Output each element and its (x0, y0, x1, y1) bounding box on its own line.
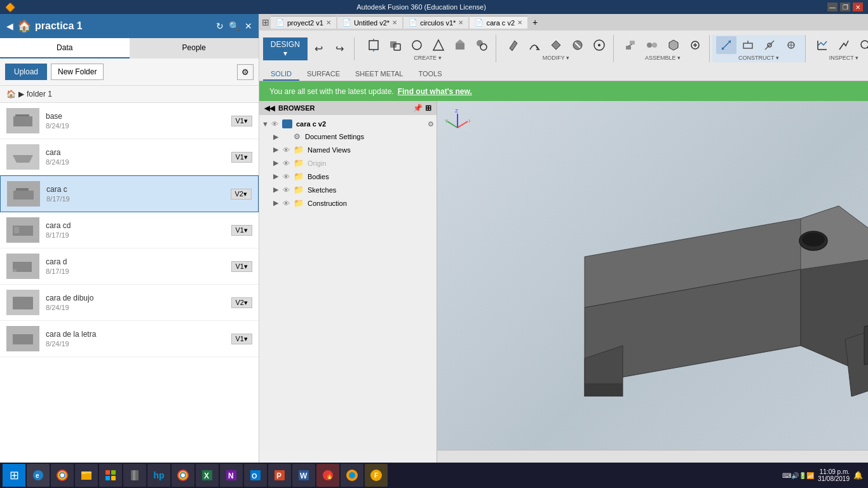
grid-view-button[interactable]: ⊞ (262, 17, 269, 27)
inspect-tool-2[interactable] (834, 36, 854, 54)
tab-close-carac[interactable]: ✕ (517, 19, 522, 26)
start-button[interactable]: ⊞ (3, 464, 25, 487)
taskbar-chrome-2[interactable] (172, 464, 194, 487)
taskbar-powerpoint[interactable]: P (268, 464, 291, 487)
create-tool-1[interactable] (363, 36, 384, 54)
close-panel-button[interactable]: ✕ (245, 21, 252, 31)
construct-label[interactable]: CONSTRUCT ▾ (738, 55, 779, 61)
tree-item-construction[interactable]: ▶ 👁 📁 Construction (259, 196, 437, 210)
version-badge[interactable]: V1▾ (231, 116, 252, 126)
modify-tool-1[interactable] (503, 36, 523, 54)
close-button[interactable]: ✕ (853, 3, 863, 11)
browser-expand-icon[interactable]: ⊞ (425, 104, 431, 112)
taskbar-excel[interactable]: X (196, 464, 219, 487)
back-button[interactable]: ◀ (6, 21, 13, 31)
create-tool-5[interactable] (450, 36, 470, 54)
tree-eye-icon[interactable]: 👁 (283, 200, 292, 207)
list-item[interactable]: cara cd 8/17/19 V1▾ (0, 212, 259, 248)
construct-tool-1[interactable] (716, 36, 736, 54)
doc-tab-untitled[interactable]: 📄 Untitled v2* ✕ (337, 16, 402, 29)
minimize-button[interactable]: — (827, 3, 837, 11)
solid-mode-tab[interactable]: SOLID (263, 68, 299, 81)
update-link[interactable]: Find out what's new. (398, 87, 472, 96)
version-badge[interactable]: V2▾ (231, 297, 252, 308)
tree-item-origin[interactable]: ▶ 👁 📁 Origin (259, 156, 437, 170)
construct-tool-4[interactable] (781, 36, 801, 54)
assemble-label[interactable]: ASSEMBLE ▾ (645, 55, 681, 61)
taskbar-chrome[interactable] (51, 464, 74, 487)
taskbar-outlook[interactable]: O (244, 464, 267, 487)
design-dropdown-button[interactable]: DESIGN ▾ (263, 37, 308, 60)
modify-tool-3[interactable] (546, 36, 566, 54)
assemble-tool-3[interactable] (663, 36, 684, 54)
doc-tab-carac[interactable]: 📄 cara c v2 ✕ (470, 16, 527, 29)
people-tab[interactable]: People (130, 38, 259, 58)
version-badge[interactable]: V1▾ (231, 261, 252, 272)
taskbar-word[interactable]: W (292, 464, 315, 487)
taskbar-app-red[interactable]: 🔥 (316, 464, 339, 487)
construct-tool-3[interactable] (759, 36, 780, 54)
tab-close-untitled[interactable]: ✕ (392, 19, 397, 26)
taskbar-fusion[interactable]: F (365, 464, 388, 487)
list-item[interactable]: base 8/24/19 V1▾ (0, 103, 259, 139)
taskbar-store[interactable] (99, 464, 122, 487)
tree-eye-icon[interactable]: 👁 (283, 159, 292, 167)
tree-root[interactable]: ▼ 👁 cara c v2 ⚙ (259, 118, 437, 130)
inspect-tool-1[interactable] (812, 36, 832, 54)
surface-mode-tab[interactable]: SURFACE (299, 68, 348, 81)
redo-button[interactable]: ↪ (330, 40, 349, 58)
version-badge[interactable]: V1▾ (231, 152, 252, 163)
create-tool-4[interactable] (428, 36, 449, 54)
tab-close-proyect2[interactable]: ✕ (326, 19, 331, 26)
tree-eye-icon[interactable]: 👁 (283, 173, 292, 180)
modify-label[interactable]: MODIFY ▾ (543, 55, 569, 61)
construct-tool-2[interactable] (738, 36, 758, 54)
list-item[interactable]: cara de dibujo 8/24/19 V2▾ (0, 285, 259, 321)
create-tool-2[interactable] (385, 36, 405, 54)
modify-tool-2[interactable] (524, 36, 545, 54)
taskbar-app-hp[interactable]: hp (147, 464, 170, 487)
notification-icon[interactable]: 🔔 (853, 471, 863, 480)
assemble-tool-1[interactable] (620, 36, 641, 54)
tree-arrow-icon[interactable]: ▶ (273, 186, 281, 194)
modify-tool-4[interactable] (567, 36, 588, 54)
version-badge[interactable]: V2▾ (231, 189, 252, 200)
browser-pin-icon[interactable]: 📌 (413, 104, 423, 112)
inspect-label[interactable]: INSPECT ▾ (829, 55, 858, 61)
tree-arrow-icon[interactable]: ▶ (273, 133, 281, 141)
tree-item-bodies[interactable]: ▶ 👁 📁 Bodies (259, 170, 437, 183)
restore-button[interactable]: ❐ (840, 3, 850, 11)
doc-tab-proyect2[interactable]: 📄 proyect2 v1 ✕ (271, 16, 336, 29)
sheet-metal-mode-tab[interactable]: SHEET METAL (348, 68, 410, 81)
assemble-tool-4[interactable] (685, 36, 705, 54)
refresh-button[interactable]: ↻ (216, 21, 224, 31)
tree-arrow-icon[interactable]: ▶ (273, 199, 281, 207)
tree-arrow-icon[interactable]: ▶ (273, 159, 281, 167)
tree-eye-icon[interactable]: 👁 (283, 186, 292, 194)
doc-tab-circulos[interactable]: 📄 circulos v1* ✕ (403, 16, 468, 29)
tools-mode-tab[interactable]: TOOLS (410, 68, 449, 81)
version-badge[interactable]: V1▾ (231, 334, 252, 344)
list-item[interactable]: cara d 8/17/19 V1▾ (0, 248, 259, 285)
taskbar-ie[interactable]: e (27, 464, 50, 487)
add-tab-button[interactable]: + (529, 15, 541, 29)
assemble-tool-2[interactable] (642, 36, 662, 54)
tree-item-named-views[interactable]: ▶ 👁 📁 Named Views (259, 143, 437, 156)
panel-settings-button[interactable]: ⚙ (237, 64, 254, 80)
tree-item-document-settings[interactable]: ▶ ⚙ Document Settings (259, 130, 437, 143)
undo-button[interactable]: ↩ (310, 40, 329, 58)
version-badge[interactable]: V1▾ (231, 225, 252, 236)
taskbar-firefox[interactable] (341, 464, 363, 487)
inspect-tool-3[interactable] (855, 36, 868, 54)
tree-eye-icon[interactable]: 👁 (283, 146, 292, 154)
tree-arrow-icon[interactable]: ▶ (273, 146, 281, 154)
create-label[interactable]: CREATE ▾ (414, 55, 441, 61)
viewport-3d[interactable]: X Y Z (437, 101, 868, 450)
tree-arrow-icon[interactable]: ▶ (273, 172, 281, 180)
tree-item-sketches[interactable]: ▶ 👁 📁 Sketches (259, 183, 437, 196)
tree-collapse-icon[interactable]: ▼ (262, 120, 269, 128)
list-item[interactable]: cara c 8/17/19 V2▾ (0, 175, 259, 212)
tree-settings-icon[interactable]: ⚙ (428, 120, 434, 128)
tab-close-circulos[interactable]: ✕ (458, 19, 463, 26)
create-tool-6[interactable] (471, 36, 492, 54)
